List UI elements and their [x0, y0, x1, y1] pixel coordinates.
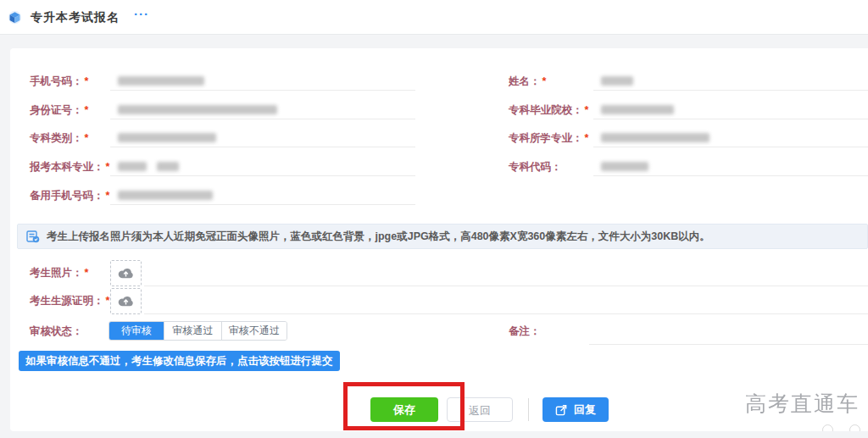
undergrad-major-label: 报考本科专业：*	[30, 158, 109, 176]
reply-button[interactable]: 回复	[542, 397, 609, 422]
field-underline	[144, 313, 868, 314]
college-major-input[interactable]	[593, 129, 868, 147]
college-input[interactable]	[593, 101, 868, 119]
save-button[interactable]: 保存	[370, 397, 438, 422]
undergrad-major-input[interactable]	[110, 158, 415, 176]
phone-label: 手机号码：*	[30, 72, 88, 91]
photo-requirements-banner: 考生上传报名照片须为本人近期免冠正面头像照片，蓝色或红色背景，jpge或JPG格…	[17, 224, 868, 249]
redacted-value	[601, 162, 648, 171]
redacted-value	[157, 162, 179, 171]
banner-text: 考生上传报名照片须为本人近期免冠正面头像照片，蓝色或红色背景，jpge或JPG格…	[47, 230, 710, 244]
form-row: 手机号码：* 姓名：*	[10, 72, 868, 91]
cloud-upload-icon	[118, 268, 134, 280]
backup-phone-label: 备用手机号码：*	[30, 186, 109, 205]
origin-proof-label: 考生生源证明：*	[30, 291, 109, 310]
resubmit-note-button[interactable]: 如果审核信息不通过，考生修改信息保存后，点击该按钮进行提交	[19, 351, 340, 371]
college-code-label: 专科代码：	[509, 158, 564, 176]
remark-label: 备注：	[509, 322, 541, 341]
redacted-value	[601, 105, 674, 114]
footer-share-icon	[822, 424, 833, 431]
review-status-label: 审核状态：	[30, 322, 83, 341]
page-title: 专升本考试报名	[31, 10, 120, 25]
idcard-label: 身份证号：*	[30, 101, 88, 119]
button-divider	[528, 398, 529, 421]
redacted-value	[118, 76, 204, 86]
redacted-value	[601, 76, 633, 86]
status-pending-button[interactable]: 待审核	[109, 322, 164, 340]
redacted-value	[118, 162, 147, 171]
reply-forward-icon	[555, 403, 568, 416]
reply-button-label: 回复	[574, 397, 596, 422]
form-row: 报考本科专业：* 专科代码：	[10, 158, 868, 176]
redacted-value	[118, 133, 216, 142]
redacted-value	[601, 133, 709, 142]
phone-input[interactable]	[110, 72, 415, 91]
document-info-icon	[26, 230, 40, 243]
review-status-segment: 待审核 审核通过 审核不通过	[108, 321, 287, 341]
app-cube-icon	[8, 10, 22, 25]
page-header: 专升本考试报名 ···	[0, 0, 868, 35]
status-rejected-button[interactable]: 审核不通过	[221, 322, 287, 340]
cloud-upload-icon	[118, 296, 134, 308]
idcard-input[interactable]	[110, 101, 415, 119]
name-input[interactable]	[593, 72, 868, 91]
form-row: 专科类别：* 专科所学专业：*	[10, 129, 868, 147]
college-label: 专科毕业院校：*	[509, 101, 588, 119]
candidate-photo-label: 考生照片：*	[30, 263, 88, 282]
footer-emoji-icon	[849, 424, 860, 431]
more-menu-button[interactable]: ···	[134, 7, 149, 21]
watermark-text: 高考直通车	[745, 390, 860, 418]
remark-input[interactable]	[589, 326, 868, 345]
field-underline	[144, 286, 868, 286]
redacted-value	[118, 105, 277, 114]
form-row: 备用手机号码：*	[10, 186, 868, 205]
status-approved-button[interactable]: 审核通过	[164, 322, 221, 340]
backup-phone-input[interactable]	[110, 186, 415, 205]
back-button[interactable]: 返回	[447, 397, 513, 422]
form-row: 身份证号：* 专科毕业院校：*	[10, 101, 868, 119]
category-input[interactable]	[110, 129, 415, 147]
college-major-label: 专科所学专业：*	[509, 129, 588, 147]
origin-proof-upload[interactable]	[110, 288, 142, 314]
category-label: 专科类别：*	[30, 129, 88, 147]
candidate-photo-upload[interactable]	[110, 260, 142, 286]
registration-form-panel: 手机号码：* 姓名：* 身份证号：* 专科毕业院校：* 专科类别：* 专科所学专…	[10, 48, 868, 431]
redacted-value	[118, 191, 213, 200]
college-code-input[interactable]	[593, 158, 868, 176]
name-label: 姓名：*	[509, 72, 546, 91]
